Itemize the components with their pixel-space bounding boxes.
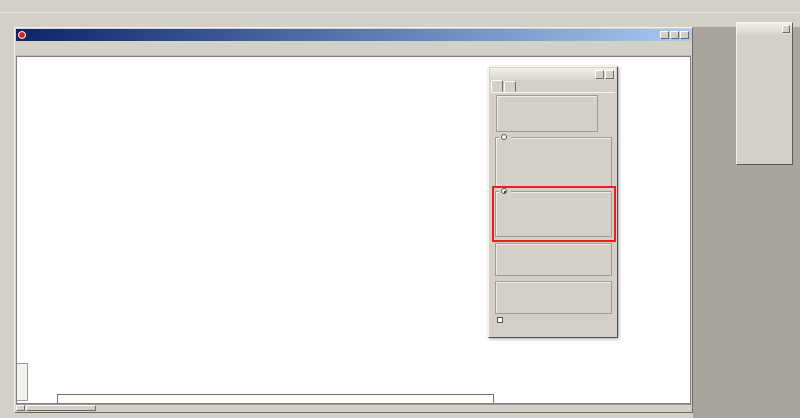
elevation-tab[interactable] xyxy=(17,363,28,401)
radial-highlight-box xyxy=(492,186,616,242)
z-labeling-group xyxy=(495,243,612,276)
data-entry-close-icon[interactable] xyxy=(782,25,790,33)
close-window-button[interactable] xyxy=(680,31,689,39)
data-entry-titlebar[interactable] xyxy=(737,23,792,35)
minimize-button[interactable] xyxy=(660,31,669,39)
dialog-help-button[interactable] xyxy=(595,70,604,79)
save-defaults-checkbox[interactable] xyxy=(497,317,503,323)
tab-lines[interactable] xyxy=(491,80,503,92)
project-grid-lines-dialog xyxy=(488,66,618,338)
drawing-toolbar xyxy=(16,41,691,56)
origin-group xyxy=(496,95,598,132)
floor-plan-titlebar[interactable] xyxy=(16,29,691,41)
rectangular-grid-radio[interactable] xyxy=(501,134,507,140)
dialog-titlebar[interactable] xyxy=(490,68,616,80)
main-toolbar xyxy=(0,0,800,13)
view-toolbar xyxy=(0,13,800,27)
dialog-close-button[interactable] xyxy=(605,70,614,79)
scrollbar-thumb[interactable] xyxy=(26,405,96,411)
floor-plan-window-icon xyxy=(18,31,26,39)
rectangular-grid-group xyxy=(495,137,612,187)
x-labeling-group xyxy=(495,281,612,314)
horizontal-scrollbar[interactable] xyxy=(16,404,691,411)
data-entry-panel xyxy=(736,22,793,165)
left-toolbar xyxy=(0,27,14,418)
scroll-left-icon[interactable] xyxy=(16,405,25,411)
tab-arcs[interactable] xyxy=(504,81,516,92)
maximize-button[interactable] xyxy=(670,31,679,39)
status-bar xyxy=(57,394,494,404)
